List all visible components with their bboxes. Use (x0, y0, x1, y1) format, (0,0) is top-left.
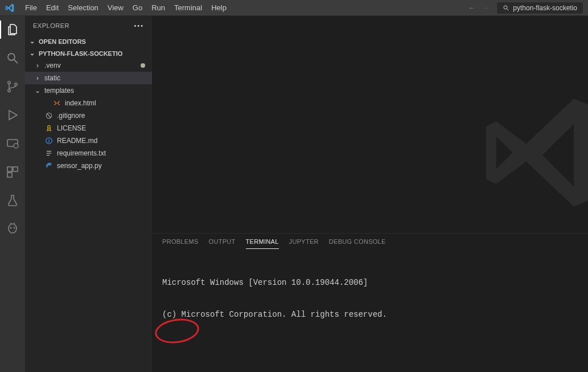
tree-file-requirements[interactable]: requirements.txt (25, 147, 152, 160)
commandcenter-search[interactable]: python-flask-socketio (496, 2, 583, 14)
nav-arrows: ← → (468, 3, 490, 12)
search-icon (503, 5, 509, 11)
terminal-line: Microsoft Windows [Version 10.0.19044.20… (162, 277, 578, 288)
svg-line-18 (47, 114, 51, 118)
activity-bar (0, 16, 25, 372)
terminal-line: (c) Microsoft Corporation. All rights re… (162, 309, 578, 320)
svg-rect-11 (7, 173, 12, 177)
editor-area: PROBLEMS OUTPUT TERMINAL JUPYTER DEBUG C… (152, 16, 588, 372)
beaker-icon (6, 194, 19, 207)
folder-label: templates (44, 87, 74, 95)
chevron-right-icon: › (34, 62, 41, 70)
terminal[interactable]: Microsoft Windows [Version 10.0.19044.20… (152, 249, 588, 372)
tab-terminal[interactable]: TERMINAL (246, 238, 279, 249)
tree-folder-venv[interactable]: › .venv (25, 59, 152, 72)
svg-point-12 (9, 224, 17, 233)
file-label: sensor_app.py (57, 162, 102, 170)
tree-file-index-html[interactable]: index.html (25, 97, 152, 109)
nav-forward-icon[interactable]: → (482, 3, 490, 12)
panel-tabs: PROBLEMS OUTPUT TERMINAL JUPYTER DEBUG C… (152, 234, 588, 249)
activity-testing[interactable] (0, 191, 25, 210)
tab-problems[interactable]: PROBLEMS (162, 238, 199, 249)
branch-icon (6, 80, 19, 93)
svg-point-8 (14, 144, 18, 148)
folder-label: .venv (44, 62, 61, 70)
svg-line-3 (14, 60, 18, 63)
terminal-line (162, 342, 578, 353)
vscode-watermark-icon (480, 90, 588, 215)
svg-rect-9 (7, 167, 12, 171)
section-project[interactable]: ⌄ PYTHON-FLASK-SOCKETIO (25, 47, 152, 59)
file-label: requirements.txt (57, 149, 106, 157)
modified-dot-icon (141, 63, 145, 68)
tree-file-license[interactable]: LICENSE (25, 122, 152, 134)
hand-drawn-circle-annotation (153, 316, 200, 346)
vscode-logo-icon (5, 3, 15, 13)
file-tree: › .venv › static ⌄ templates index.html (25, 59, 152, 172)
menu-go[interactable]: Go (128, 1, 147, 14)
activity-platformio[interactable] (0, 220, 25, 238)
svg-point-19 (48, 125, 51, 128)
svg-rect-10 (13, 167, 18, 171)
tree-file-sensor-app[interactable]: sensor_app.py (25, 160, 152, 172)
file-label: LICENSE (57, 124, 86, 132)
tab-jupyter[interactable]: JUPYTER (289, 238, 319, 249)
activity-remote[interactable] (0, 134, 25, 153)
menu-run[interactable]: Run (147, 1, 170, 14)
file-label: README.md (57, 137, 97, 145)
file-label: index.html (65, 99, 96, 107)
svg-point-26 (48, 163, 48, 164)
chevron-down-icon: ⌄ (28, 38, 35, 45)
empty-editor (152, 16, 588, 233)
title-bar: File Edit Selection View Go Run Terminal… (0, 0, 588, 16)
folder-label: static (44, 74, 60, 82)
info-file-icon (44, 136, 54, 145)
file-label: .gitignore (57, 112, 85, 120)
chevron-right-icon: › (34, 74, 41, 82)
section-open-editors[interactable]: ⌄ OPEN EDITORS (25, 35, 152, 47)
menu-view[interactable]: View (103, 1, 128, 14)
chevron-down-icon: ⌄ (28, 50, 35, 57)
nav-back-icon[interactable]: ← (468, 3, 475, 12)
html-file-icon (52, 99, 61, 108)
bottom-panel: PROBLEMS OUTPUT TERMINAL JUPYTER DEBUG C… (152, 233, 588, 372)
activity-search[interactable] (0, 49, 25, 67)
activity-run[interactable] (0, 106, 25, 124)
menu-file[interactable]: File (20, 1, 42, 14)
svg-point-13 (10, 227, 12, 229)
python-file-icon (44, 161, 54, 170)
menu-help[interactable]: Help (207, 1, 231, 14)
svg-point-6 (15, 83, 17, 85)
activity-sourcecontrol[interactable] (0, 77, 25, 96)
menu-edit[interactable]: Edit (42, 1, 63, 14)
svg-point-22 (48, 139, 50, 140)
menu-terminal[interactable]: Terminal (170, 1, 207, 14)
license-file-icon (44, 124, 54, 133)
tree-folder-static[interactable]: › static (25, 72, 152, 84)
tab-debug-console[interactable]: DEBUG CONSOLE (329, 238, 386, 249)
play-icon (6, 108, 19, 122)
tab-output[interactable]: OUTPUT (209, 238, 236, 249)
chevron-down-icon: ⌄ (34, 87, 41, 95)
alien-icon (6, 222, 19, 236)
sidebar-title: EXPLORER (33, 22, 69, 29)
sidebar-more-icon[interactable]: ••• (134, 22, 144, 29)
svg-point-5 (8, 89, 10, 92)
activity-explorer[interactable] (0, 21, 25, 39)
search-icon (6, 51, 19, 65)
gitignore-file-icon (44, 111, 54, 120)
sidebar-explorer: EXPLORER ••• ⌄ OPEN EDITORS ⌄ PYTHON-FLA… (25, 16, 152, 372)
activity-extensions[interactable] (0, 163, 25, 181)
extensions-icon (6, 165, 19, 179)
tree-folder-templates[interactable]: ⌄ templates (25, 84, 152, 97)
tree-file-gitignore[interactable]: .gitignore (25, 109, 152, 122)
svg-point-0 (504, 6, 507, 9)
project-label: PYTHON-FLASK-SOCKETIO (39, 50, 122, 57)
tree-file-readme[interactable]: README.md (25, 134, 152, 147)
svg-point-4 (8, 81, 10, 84)
search-text: python-flask-socketio (513, 4, 577, 12)
sidebar-header: EXPLORER ••• (25, 16, 152, 35)
menu-selection[interactable]: Selection (63, 1, 102, 14)
text-file-icon (44, 149, 54, 158)
svg-point-2 (8, 54, 15, 60)
